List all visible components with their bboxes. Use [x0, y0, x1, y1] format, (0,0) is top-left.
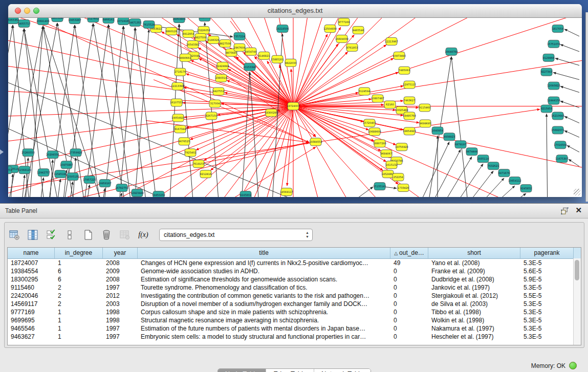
table-row[interactable]: 2242004622012Investigating the contribut…: [8, 292, 581, 300]
citation-network-graph[interactable]: 1872400718300295193845547663822886012889…: [8, 18, 582, 197]
dropdown-arrows-icon: ▲▼: [306, 231, 309, 239]
column-header-pagerank[interactable]: pagerank: [520, 248, 574, 258]
table-cell: 5.9E-5: [520, 275, 574, 283]
graph-node-label: 15692071: [551, 128, 564, 132]
column-header-name[interactable]: name: [8, 248, 55, 258]
graph-node-label: 20691406: [36, 19, 49, 23]
table-cell: Yano et al. (2008): [428, 259, 520, 267]
table-cell: 14569117: [8, 300, 55, 308]
table-cell: Corpus callosum shape and size in male p…: [138, 308, 390, 316]
table-row[interactable]: 1872400712008Changes of HCN gene express…: [8, 259, 581, 267]
graph-node-label: 9465546: [353, 29, 364, 32]
graph-node-label: 2380314: [215, 76, 227, 79]
select-rows-icon[interactable]: [45, 228, 58, 242]
table-cell: 0: [390, 292, 428, 300]
graph-node-label: 16648784: [445, 50, 458, 53]
graph-node-label: 8215958: [541, 107, 552, 110]
table-panel-header[interactable]: Table Panel ✕: [0, 204, 588, 218]
row-height-icon[interactable]: [63, 228, 76, 242]
delete-table-icon[interactable]: [100, 228, 113, 242]
graph-node-label: 8471676: [498, 171, 510, 174]
table-cell: 49: [390, 259, 428, 267]
column-header-short[interactable]: short: [428, 248, 520, 258]
window-titlebar[interactable]: citations_edges.txt: [8, 4, 582, 18]
table-cell: 0: [390, 324, 428, 333]
table-cell: 0: [390, 308, 428, 316]
table-cell: Jankovic et al. (1997): [428, 283, 520, 292]
graph-node-label: 7357224: [234, 35, 245, 38]
table-cell: 2008: [103, 259, 138, 267]
graph-node-label: 18653140: [51, 18, 63, 19]
graph-node-label: 25260550: [21, 151, 34, 154]
graph-node-label: 7615524: [143, 23, 155, 26]
graph-node-label: 18724007: [287, 104, 299, 107]
table-cell: 2008: [103, 275, 138, 283]
graph-node-label: 19654923: [403, 129, 416, 133]
graph-node-label: 6466161: [103, 18, 114, 21]
graph-node-label: 9761953: [346, 46, 358, 49]
background-panel-edge: [585, 12, 588, 202]
column-header-in_degree[interactable]: in_degree: [55, 248, 103, 258]
table-cell: 2012: [103, 292, 138, 300]
graph-node-label: 7619155: [193, 162, 204, 165]
table-scrollbar-thumb[interactable]: [575, 260, 579, 280]
import-table-icon: [118, 228, 132, 242]
graph-node-label: 12504939: [323, 27, 336, 30]
show-column-icon[interactable]: [26, 228, 39, 242]
close-panel-icon[interactable]: ✕: [575, 206, 582, 215]
table-cell: Stergiakouli et al. (2012): [428, 292, 520, 300]
table-cell: 0: [390, 275, 428, 283]
table-panel: Table Panel ✕: [0, 203, 588, 372]
network-canvas[interactable]: 1872400718300295193845547663822886012889…: [8, 18, 582, 197]
table-row[interactable]: 946362711997Embryonic stem cells: a mode…: [8, 333, 581, 341]
resize-grip[interactable]: [574, 189, 580, 195]
table-row[interactable]: 1830029562008Estimation of significance …: [8, 275, 581, 283]
graph-node-label: 9822033: [285, 61, 296, 64]
table-row[interactable]: 1456911722003Disruption of a novel membe…: [8, 300, 581, 308]
graph-node-label: 10719185: [117, 19, 129, 23]
graph-node-label: 7925402: [185, 151, 196, 154]
column-header-title[interactable]: title: [138, 248, 390, 258]
table-cell: Franke et al. (2009): [428, 267, 520, 275]
table-cell: 5.3E-5: [520, 283, 574, 292]
graph-node-label: 20206556: [46, 153, 59, 156]
graph-node-label: 14569117: [280, 190, 293, 193]
table-group: f(x) citations_edges.txt ▲▼ namein_degre…: [4, 222, 584, 348]
table-select-dropdown[interactable]: citations_edges.txt ▲▼: [159, 229, 313, 241]
graph-node-label: 10654112: [508, 179, 521, 182]
graph-node-label: 9777169: [338, 20, 350, 24]
window-title: citations_edges.txt: [8, 7, 582, 14]
graph-node-label: 9827508: [220, 42, 231, 45]
fx-label: f(x): [138, 231, 148, 239]
graph-node-label: 9474444: [466, 150, 477, 153]
float-panel-icon[interactable]: [561, 207, 569, 215]
panel-collapse-handle[interactable]: [0, 149, 4, 155]
table-cell: 9777169: [8, 308, 55, 316]
table-cell: 1997: [103, 283, 138, 292]
graph-node-label: 8938923: [444, 135, 455, 138]
graph-node-label: 9146821: [258, 54, 270, 57]
table-scrollbar[interactable]: [573, 258, 581, 345]
function-builder-icon[interactable]: f(x): [137, 228, 150, 242]
graph-node-label: 12093822: [547, 84, 560, 87]
graph-node-label: 16604039: [335, 37, 348, 40]
table-row[interactable]: 1938455462009Genome-wide association stu…: [8, 267, 581, 275]
graph-node-label: 14055717: [17, 22, 30, 25]
column-header-year[interactable]: year: [103, 248, 138, 258]
table-row[interactable]: 911546021997Tourette syndrome. Phenomeno…: [8, 283, 581, 292]
table-row[interactable]: 946554611997Estimation of the future num…: [8, 324, 581, 333]
graph-node-label: 3913953: [8, 168, 12, 171]
table-cell: 0: [390, 333, 428, 341]
table-row[interactable]: 969969511998Structural magnetic resonanc…: [8, 316, 581, 324]
new-table-icon[interactable]: [81, 228, 95, 242]
table-body: 1872400712008Changes of HCN gene express…: [8, 259, 581, 341]
graph-node-label: 18300295: [265, 111, 277, 114]
column-header-out_de[interactable]: △out_de…: [390, 248, 428, 258]
table-cell: Genome-wide association studies in ADHD.: [138, 267, 390, 275]
table-settings-icon[interactable]: [8, 228, 21, 242]
graph-node-label: 10975887: [60, 163, 73, 166]
node-table: namein_degreeyeartitle△out_de…shortpager…: [7, 247, 581, 345]
table-row[interactable]: 977716911998Corpus callosum shape and si…: [8, 308, 581, 316]
graph-node-label: 19958167: [98, 182, 111, 185]
table-cell: 1: [55, 308, 103, 316]
